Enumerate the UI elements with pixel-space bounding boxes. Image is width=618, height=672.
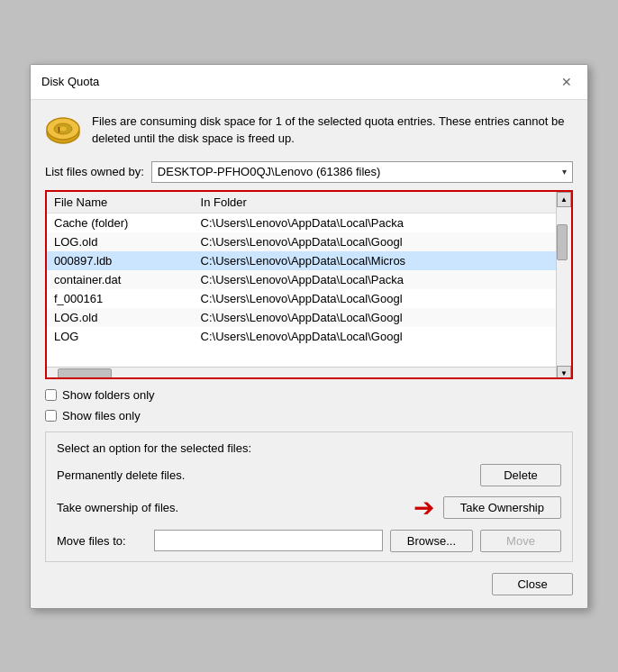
cell-filename: 000897.ldb (47, 251, 194, 270)
take-ownership-label: Take ownership of files. (57, 501, 178, 514)
info-section: ! Files are consuming disk space for 1 o… (45, 113, 573, 149)
footer-row: Close (45, 573, 573, 595)
cell-folder: C:\Users\Lenovo\AppData\Local\Micros (194, 251, 556, 270)
show-files-label[interactable]: Show files only (62, 409, 141, 422)
show-folders-checkbox[interactable] (45, 389, 57, 401)
disk-icon: ! (45, 113, 81, 149)
cell-folder: C:\Users\Lenovo\AppData\Local\Packa (194, 213, 556, 232)
owner-value: DESKTOP-PFHO0QJ\Lenovo (61386 files) (158, 165, 381, 178)
cell-folder: C:\Users\Lenovo\AppData\Local\Googl (194, 232, 556, 251)
move-files-input[interactable] (154, 530, 383, 551)
cell-filename: LOG (47, 327, 194, 346)
cell-folder: C:\Users\Lenovo\AppData\Local\Packa (194, 270, 556, 289)
table-row[interactable]: LOG.oldC:\Users\Lenovo\AppData\Local\Goo… (47, 232, 556, 251)
take-ownership-arrow-area: ➔ Take Ownership (414, 495, 561, 521)
cell-folder: C:\Users\Lenovo\AppData\Local\Googl (194, 327, 556, 346)
delete-button[interactable]: Delete (480, 464, 561, 486)
move-files-row: Move files to: Browse... Move (57, 530, 561, 552)
cell-folder: C:\Users\Lenovo\AppData\Local\Googl (194, 289, 556, 308)
options-section: Select an option for the selected files:… (45, 431, 573, 562)
scroll-down-btn[interactable]: ▼ (557, 366, 571, 379)
owner-dropdown[interactable]: DESKTOP-PFHO0QJ\Lenovo (61386 files) ▾ (151, 161, 573, 183)
scroll-up-btn[interactable]: ▲ (557, 192, 571, 207)
table-wrapper: File Name In Folder Cache (folder)C:\Use… (47, 192, 571, 379)
dialog-title: Disk Quota (41, 75, 99, 88)
delete-option-row: Permanently delete files. Delete (57, 464, 561, 486)
cell-filename: container.dat (47, 270, 194, 289)
list-owner-row: List files owned by: DESKTOP-PFHO0QJ\Len… (45, 161, 573, 183)
close-button[interactable]: Close (492, 573, 573, 595)
svg-text:!: ! (58, 125, 60, 134)
col-filename: File Name (47, 192, 194, 213)
browse-button[interactable]: Browse... (390, 530, 473, 552)
col-folder: In Folder (194, 192, 556, 213)
vertical-scrollbar[interactable]: ▲ ▼ (556, 192, 571, 379)
table-row[interactable]: LOGC:\Users\Lenovo\AppData\Local\Googl (47, 327, 556, 346)
show-folders-label[interactable]: Show folders only (62, 388, 155, 402)
cell-filename: Cache (folder) (47, 213, 194, 232)
move-button[interactable]: Move (480, 530, 561, 552)
options-title: Select an option for the selected files: (57, 441, 561, 455)
right-arrow-icon: ➔ (414, 495, 434, 521)
move-files-label: Move files to: (57, 534, 147, 548)
table-row[interactable]: Cache (folder)C:\Users\Lenovo\AppData\Lo… (47, 213, 556, 232)
table-row[interactable]: LOG.oldC:\Users\Lenovo\AppData\Local\Goo… (47, 308, 556, 327)
horiz-scroll-thumb[interactable] (58, 368, 112, 379)
info-text: Files are consuming disk space for 1 of … (92, 113, 573, 148)
table-row[interactable]: f_000161C:\Users\Lenovo\AppData\Local\Go… (47, 289, 556, 308)
scroll-thumb[interactable] (557, 224, 568, 260)
title-bar: Disk Quota ✕ (31, 65, 587, 100)
show-files-checkbox[interactable] (45, 410, 57, 422)
close-icon[interactable]: ✕ (557, 72, 577, 92)
file-table-container: File Name In Folder Cache (folder)C:\Use… (45, 190, 573, 379)
chevron-down-icon: ▾ (562, 167, 567, 177)
table-row[interactable]: container.datC:\Users\Lenovo\AppData\Loc… (47, 270, 556, 289)
svg-point-3 (59, 126, 67, 131)
list-owner-label: List files owned by: (45, 165, 144, 178)
cell-filename: f_000161 (47, 289, 194, 308)
horizontal-scrollbar[interactable] (47, 367, 556, 379)
cell-filename: LOG.old (47, 308, 194, 327)
table-row[interactable]: 000897.ldbC:\Users\Lenovo\AppData\Local\… (47, 251, 556, 270)
table-body: Cache (folder)C:\Users\Lenovo\AppData\Lo… (47, 213, 556, 346)
take-ownership-button[interactable]: Take Ownership (443, 496, 561, 519)
take-ownership-option-row: Take ownership of files. ➔ Take Ownershi… (57, 495, 561, 521)
table-inner: File Name In Folder Cache (folder)C:\Use… (47, 192, 556, 379)
file-table: File Name In Folder Cache (folder)C:\Use… (47, 192, 556, 346)
show-files-row: Show files only (45, 409, 573, 422)
delete-label: Permanently delete files. (57, 468, 185, 482)
cell-filename: LOG.old (47, 232, 194, 251)
cell-folder: C:\Users\Lenovo\AppData\Local\Googl (194, 308, 556, 327)
dialog-content: ! Files are consuming disk space for 1 o… (31, 100, 587, 608)
table-header: File Name In Folder (47, 192, 556, 213)
show-folders-row: Show folders only (45, 388, 573, 402)
disk-quota-dialog: Disk Quota ✕ ! Files are consuming disk … (30, 64, 588, 609)
